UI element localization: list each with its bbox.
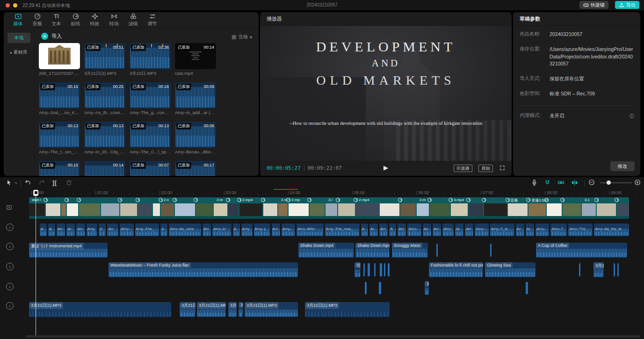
video-clip-thumbnail[interactable] (138, 203, 152, 216)
video-clip-thumbnail[interactable] (228, 203, 239, 216)
tab-transition[interactable]: 转场 (104, 13, 123, 27)
video-clip-thumbnail[interactable] (46, 203, 60, 216)
media-thumbnail[interactable]: 已添加05:51 (84, 43, 125, 69)
audio-clip-sliver[interactable] (384, 263, 385, 276)
video-clip-thumbnail[interactable] (120, 203, 137, 216)
media-thumbnail[interactable]: 已添加00:10 (39, 161, 80, 176)
media-thumbnail[interactable]: 已添加00:18 (130, 82, 171, 108)
transition-icon[interactable] (65, 198, 69, 202)
audio-clip[interactable]: Amy– (407, 224, 421, 236)
video-clip-thumbnail[interactable] (582, 203, 596, 216)
media-item[interactable]: 已添加02:363月22日.MP3 (130, 43, 171, 82)
audio-clip[interactable]: Ar (66, 224, 75, 236)
audio-clip[interactable]: Amy (442, 224, 454, 236)
audio-clip[interactable]: 3月21日(1).MP3 (305, 302, 390, 317)
audio-clip[interactable]: A (99, 224, 106, 236)
modify-button[interactable]: 修改 (610, 161, 635, 171)
transition-icon[interactable] (482, 198, 486, 202)
media-item[interactable]: 已添加00:15Amy–Just_...ire_K.wav (39, 82, 80, 122)
audio-clip[interactable]: 3 (239, 302, 243, 317)
play-button[interactable]: ▶ (384, 164, 388, 171)
media-item[interactable]: 已添加00:07 (130, 161, 171, 176)
tab-filter[interactable]: 滤镜 (123, 13, 143, 27)
transition-icon[interactable] (261, 198, 265, 202)
audio-clip[interactable]: A (48, 224, 55, 236)
zoom-out-button[interactable] (588, 179, 595, 186)
audio-clip[interactable]: A Cup of Coffee (536, 243, 627, 258)
audio-clip[interactable]: 夏ぼうけ Instrumental.mp4 (29, 243, 108, 258)
audio-clip[interactable]: A (233, 224, 240, 236)
audio-clip[interactable]: Am (379, 224, 388, 236)
audio-clip-sliver[interactable] (614, 263, 615, 276)
media-item[interactable]: 已添加00:25Amy–As_th...cover.wav (84, 82, 125, 122)
transition-icon[interactable] (194, 198, 198, 202)
delete-button[interactable] (65, 179, 72, 186)
audio-clip[interactable]: Amy–After (297, 224, 323, 236)
audio-clip[interactable]: Amy (241, 224, 253, 236)
undo-button[interactable] (24, 179, 31, 186)
audio-clip-sliver[interactable] (436, 244, 438, 257)
video-clip-thumbnail[interactable] (310, 203, 325, 216)
redo-button[interactable] (38, 179, 45, 186)
media-thumbnail[interactable]: 已添加00:06 (175, 122, 216, 148)
audio-clip[interactable]: A (361, 224, 368, 236)
video-clip-thumbnail[interactable] (326, 203, 337, 216)
audio-clip-sliver[interactable] (380, 263, 382, 276)
audio-clip[interactable]: 3 (425, 281, 429, 295)
video-clip-thumbnail[interactable] (484, 203, 507, 216)
audio-clip[interactable]: Am (57, 224, 65, 236)
audio-clip[interactable]: 3) (355, 262, 361, 277)
auto-split-button[interactable] (571, 179, 578, 186)
transition-icon[interactable] (226, 198, 230, 202)
audio-clip[interactable]: WavebeatsMusic – Fresh Funky Juice.flac (109, 262, 298, 277)
audio-clip[interactable]: Amy–The_new_ (325, 224, 360, 236)
media-item[interactable]: 269_1711070267.mp4 (39, 43, 80, 82)
sidebar-item-library[interactable]: ▸素材库 (7, 47, 30, 58)
tab-audio[interactable]: 音频 (28, 13, 47, 27)
zoom-slider-knob[interactable] (607, 180, 611, 185)
audio-clip[interactable]: A (40, 224, 47, 236)
timeline-zoom-slider[interactable] (600, 182, 632, 183)
scope-button[interactable]: 示波器 (454, 165, 473, 172)
audio-clip[interactable]: Smoggy Mass (392, 243, 428, 258)
audio-clip-sliver[interactable] (363, 263, 365, 276)
media-thumbnail[interactable]: 已添加00:07 (130, 161, 171, 176)
media-item[interactable]: 已添加00:06Amy–Becau...ditio.wav (175, 122, 216, 161)
media-thumbnail[interactable]: 已添加00:25 (84, 82, 125, 108)
audio-clip-sliver[interactable] (579, 263, 580, 276)
media-thumbnail[interactable]: 00:14 (84, 161, 125, 176)
tab-effects[interactable]: 特效 (85, 13, 104, 27)
audio-clip[interactable]: Amy– (535, 224, 549, 236)
video-clip-thumbnail[interactable] (469, 203, 483, 216)
audio-clip-sliver[interactable] (617, 263, 619, 276)
audio-clip[interactable]: Amy– (475, 224, 488, 236)
audio-clip[interactable]: 3月21日( (180, 302, 195, 317)
audio-clip[interactable]: An (516, 224, 524, 236)
audio-clip[interactable]: An (423, 224, 431, 236)
audio-clip[interactable]: Amy–In (212, 224, 232, 236)
audio-clip[interactable]: Am (465, 224, 473, 236)
audio-clip[interactable]: Am (272, 224, 280, 236)
video-clip-thumbnail[interactable] (417, 203, 429, 216)
media-thumbnail[interactable]: 已添加00:13 (84, 122, 125, 148)
video-clip-thumbnail[interactable] (617, 203, 629, 216)
video-clip-thumbnail[interactable] (175, 203, 195, 216)
magnet-snap-button[interactable] (544, 179, 551, 186)
audio-clip[interactable]: 3月21日(1).MP3 (245, 302, 298, 317)
horizontal-scrollbar[interactable] (26, 335, 640, 338)
media-thumbnail[interactable]: 已添加00:09 (175, 82, 216, 108)
tab-text[interactable]: TI文本 (47, 13, 66, 27)
video-clip-thumbnail[interactable] (451, 203, 468, 216)
audio-clip[interactable]: Amy–The_ (135, 224, 159, 236)
video-clip-thumbnail[interactable] (400, 203, 415, 216)
audio-clip[interactable]: 3月21日(1).MP3 (197, 302, 226, 317)
media-item[interactable]: 已添加00:17 (175, 161, 216, 176)
media-thumbnail[interactable]: 已添加00:17 (175, 161, 216, 176)
media-item[interactable]: 已添加00:13Amy–The_t...ion_h.wav (39, 122, 80, 161)
audio-clip[interactable]: Amy–As_cons (169, 224, 201, 236)
video-clip-thumbnail[interactable] (67, 203, 78, 216)
audio-clip[interactable]: Amy–T_is (490, 224, 514, 236)
media-item[interactable]: 00:14 (84, 161, 125, 176)
audio-clip[interactable]: 3月21日(1).MP3 (29, 302, 171, 317)
export-button[interactable]: 导出 (615, 1, 639, 9)
